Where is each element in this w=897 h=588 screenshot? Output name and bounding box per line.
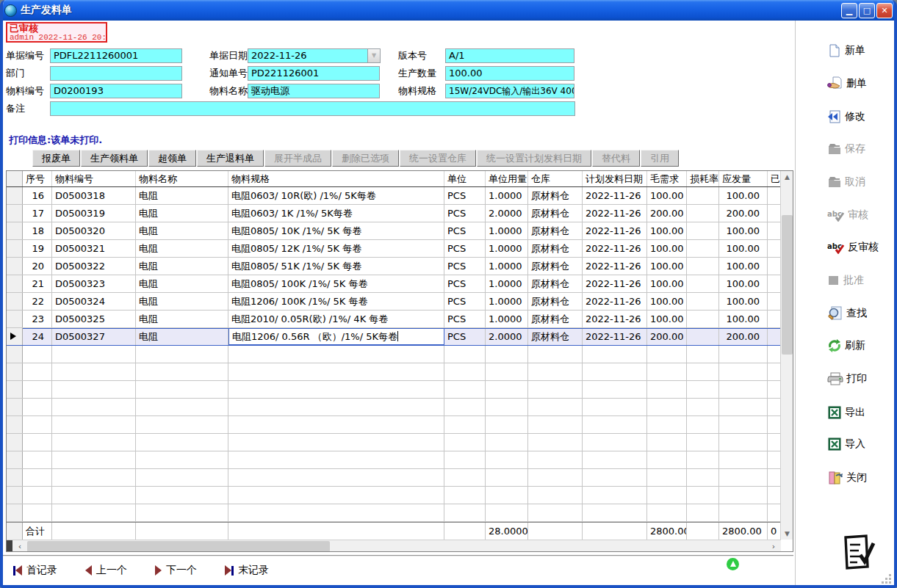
unaudit-button[interactable]: abc 反审核 [827, 238, 879, 257]
grid-cell[interactable]: PCS [444, 222, 486, 239]
grid-cell[interactable]: 100.00 [647, 222, 687, 239]
grid-cell[interactable] [444, 469, 486, 486]
grid-cell[interactable] [528, 504, 583, 521]
grid-cell[interactable]: PCS [444, 328, 486, 345]
grid-cell[interactable] [719, 451, 768, 468]
grid-cell[interactable] [687, 311, 719, 327]
doc-date-input[interactable]: 2022-11-26 [248, 48, 367, 63]
row-selector[interactable] [7, 346, 23, 363]
grid-cell[interactable]: 电阻 [136, 240, 228, 257]
nav-last-button[interactable]: 末记录 [225, 564, 269, 577]
grid-cell[interactable] [23, 346, 52, 363]
grid-cell[interactable]: 100.00 [647, 187, 687, 204]
row-selector[interactable] [7, 187, 23, 204]
grid-cell[interactable] [228, 363, 444, 380]
grid-cell[interactable] [23, 363, 52, 380]
find-button[interactable]: 查找 [827, 304, 867, 323]
table-row[interactable]: 16D0500318电阻电阻0603/ 10R(欧) /1%/ 5K每卷PCS1… [7, 187, 781, 205]
grid-cell[interactable]: 电阻 [136, 328, 228, 345]
table-row[interactable]: 24D0500327电阻电阻1206/ 0.56R （欧）/1%/ 5K每卷PC… [7, 328, 781, 346]
grid-cell[interactable]: 2.0000 [486, 205, 528, 222]
grid-cell[interactable]: 2022-11-26 [583, 293, 647, 310]
grid-cell[interactable] [583, 346, 647, 363]
empty-row[interactable] [7, 381, 781, 399]
grid-cell[interactable] [687, 451, 719, 468]
grid-cell[interactable]: 1.0000 [486, 240, 528, 257]
grid-cell[interactable] [687, 346, 719, 363]
grid-cell[interactable]: 21 [23, 275, 52, 292]
grid-cell[interactable] [687, 258, 719, 275]
grid-cell[interactable] [719, 346, 768, 363]
row-selector[interactable] [7, 258, 23, 275]
grid-cell[interactable] [444, 487, 486, 504]
grid-cell[interactable] [687, 240, 719, 257]
grid-cell[interactable] [583, 487, 647, 504]
grid-cell[interactable] [528, 363, 583, 380]
grid-cell[interactable]: 100.00 [647, 258, 687, 275]
grid-cell[interactable] [528, 381, 583, 398]
scroll-down-icon[interactable]: ▼ [782, 528, 793, 540]
grid-cell[interactable]: PCS [444, 293, 486, 310]
grid-cell[interactable] [647, 346, 687, 363]
grid-cell[interactable]: 原材料仓 [528, 240, 583, 257]
vertical-scrollbar[interactable]: ▲ ▼ [780, 171, 793, 540]
grid-cell[interactable] [486, 469, 528, 486]
grid-cell[interactable] [647, 504, 687, 521]
row-selector[interactable] [7, 451, 23, 468]
grid-cell[interactable] [768, 275, 781, 292]
grid-cell[interactable]: 20 [23, 258, 52, 275]
grid-cell[interactable] [583, 399, 647, 415]
grid-cell[interactable]: D0500318 [52, 187, 136, 204]
grid-cell[interactable]: 原材料仓 [528, 205, 583, 222]
grid-cell[interactable]: 原材料仓 [528, 187, 583, 204]
horizontal-scrollbar[interactable]: ‹ › [7, 540, 781, 552]
grid-cell[interactable] [52, 363, 136, 380]
grid-cell[interactable]: D0500320 [52, 222, 136, 239]
grid-cell[interactable] [444, 451, 486, 468]
grid-cell[interactable] [23, 504, 52, 521]
grid-cell[interactable] [444, 363, 486, 380]
grid-cell[interactable]: 原材料仓 [528, 328, 583, 345]
grid-cell[interactable] [583, 381, 647, 398]
grid-cell[interactable]: 2022-11-26 [583, 187, 647, 204]
row-selector[interactable] [7, 222, 23, 239]
grid-cell[interactable] [444, 346, 486, 363]
grid-cell[interactable] [719, 504, 768, 521]
grid-cell[interactable] [768, 381, 781, 398]
grid-cell[interactable]: 18 [23, 222, 52, 239]
toolbar-button[interactable]: 超领单 [148, 150, 196, 167]
grid-cell[interactable]: 22 [23, 293, 52, 310]
grid-cell[interactable] [647, 451, 687, 468]
close-button[interactable]: ✕ [876, 3, 893, 18]
grid-cell[interactable] [687, 293, 719, 310]
grid-cell[interactable]: 2022-11-26 [583, 311, 647, 327]
grid-cell[interactable]: 2022-11-26 [583, 240, 647, 257]
grid-cell[interactable] [583, 416, 647, 433]
grid-cell[interactable]: 24 [23, 328, 52, 345]
grid-cell[interactable] [486, 416, 528, 433]
empty-row[interactable] [7, 504, 781, 522]
grid-cell[interactable] [52, 469, 136, 486]
grid-cell[interactable] [583, 451, 647, 468]
grid-cell[interactable] [687, 328, 719, 345]
grid-cell[interactable] [768, 346, 781, 363]
grid-cell[interactable] [719, 469, 768, 486]
nav-first-button[interactable]: 首记录 [13, 564, 57, 577]
grid-cell[interactable] [719, 434, 768, 451]
grid-cell[interactable] [228, 399, 444, 415]
grid-cell[interactable] [52, 346, 136, 363]
grid-cell[interactable] [719, 487, 768, 504]
row-selector[interactable] [7, 293, 23, 310]
grid-cell[interactable] [52, 487, 136, 504]
grid-cell[interactable] [444, 381, 486, 398]
grid-cell[interactable]: D0500322 [52, 258, 136, 275]
grid-cell[interactable]: 2.0000 [486, 328, 528, 345]
grid-cell[interactable]: 200.00 [719, 328, 768, 345]
grid-cell[interactable]: 电阻0805/ 10K /1%/ 5K 每卷 [228, 222, 444, 239]
remark-input[interactable] [50, 101, 575, 116]
new-button[interactable]: 新单 [827, 41, 865, 60]
grid-cell[interactable]: 原材料仓 [528, 222, 583, 239]
grid-cell[interactable] [444, 434, 486, 451]
grid-cell[interactable] [583, 363, 647, 380]
grid-cell[interactable]: 1.0000 [486, 293, 528, 310]
